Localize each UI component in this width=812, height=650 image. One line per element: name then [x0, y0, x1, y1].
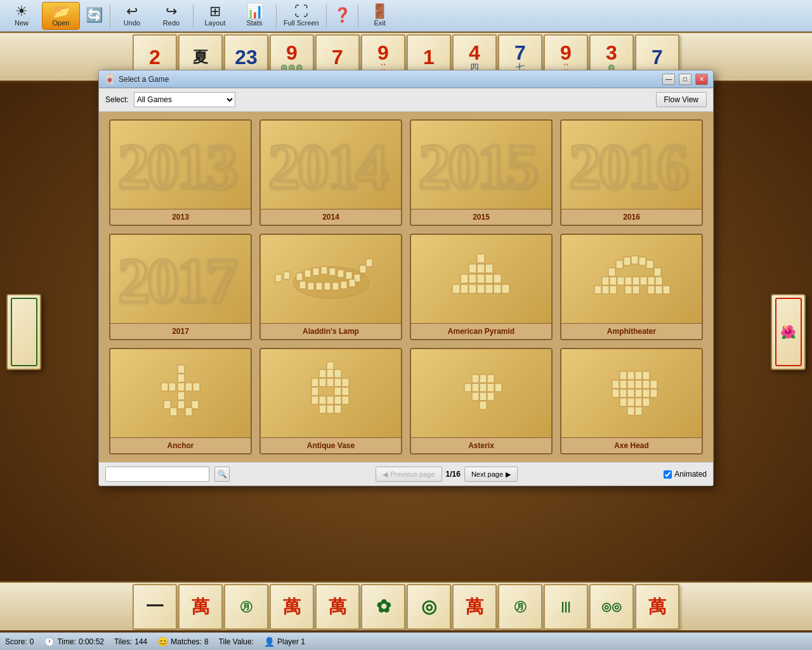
animated-label[interactable]: Animated — [674, 470, 707, 479]
svg-rect-18 — [324, 282, 331, 290]
svg-rect-108 — [487, 392, 494, 401]
game-card-american-pyramid[interactable]: American Pyramid — [410, 234, 553, 340]
svg-rect-59 — [610, 286, 617, 294]
undo-button[interactable]: ↩ Undo — [113, 2, 151, 30]
help-button[interactable]: ❓ — [329, 2, 355, 30]
svg-rect-24 — [360, 265, 366, 273]
fullscreen-button[interactable]: ⛶ Full Screen — [279, 2, 324, 30]
matches-value: 8 — [204, 637, 209, 646]
svg-text:2016: 2016 — [568, 130, 686, 199]
animated-checkbox[interactable] — [664, 470, 672, 479]
game-card-asterix[interactable]: Asterix — [410, 348, 553, 454]
minimize-button[interactable]: — — [662, 74, 675, 85]
svg-text:2015: 2015 — [418, 130, 535, 199]
svg-rect-117 — [635, 380, 642, 388]
close-button[interactable]: ✕ — [695, 74, 708, 85]
refresh-icon: 🔄 — [86, 8, 103, 22]
bottom-tiles-container: 一 萬 ㊊ 萬 萬 ✿ ◎ 萬 ㊊ ||| ◎◎ 萬 — [132, 583, 680, 630]
svg-rect-11 — [329, 268, 336, 275]
player-item: 👤 Player 1 — [264, 637, 305, 647]
svg-rect-70 — [161, 383, 168, 391]
svg-rect-49 — [602, 277, 609, 285]
game-card-axe-head[interactable]: Axe Head — [560, 348, 703, 454]
game-card-amphitheater[interactable]: Amphitheater — [560, 234, 703, 340]
svg-rect-53 — [632, 277, 639, 285]
svg-rect-81 — [334, 369, 341, 378]
svg-rect-23 — [275, 274, 282, 282]
svg-rect-20 — [341, 281, 347, 289]
game-card-aladdins-lamp[interactable]: Aladdin's Lamp — [259, 234, 402, 340]
svg-rect-10 — [321, 267, 327, 274]
maximize-button[interactable]: □ — [679, 74, 691, 85]
game-label-2017: 2017 — [110, 324, 251, 339]
svg-rect-74 — [164, 401, 171, 409]
svg-rect-88 — [334, 387, 341, 395]
game-filter-select[interactable]: All Games Favorites Recent — [134, 92, 235, 107]
bottom-tile-8: 萬 — [452, 584, 497, 630]
stats-button[interactable]: 📊 Stats — [235, 2, 273, 30]
svg-rect-128 — [635, 398, 642, 406]
search-input[interactable] — [105, 467, 209, 482]
dialog-icon: 🀄 — [104, 74, 115, 84]
svg-rect-97 — [334, 405, 341, 413]
svg-rect-56 — [655, 277, 662, 285]
open-button[interactable]: 📂 Open — [42, 2, 80, 30]
svg-rect-19 — [332, 282, 339, 290]
svg-rect-41 — [502, 284, 509, 293]
next-page-button[interactable]: Next page ▶ — [464, 467, 518, 482]
search-button[interactable]: 🔍 — [214, 467, 230, 482]
bottom-tile-11: ◎◎ — [589, 584, 634, 630]
svg-rect-37 — [469, 284, 476, 293]
fullscreen-icon: ⛶ — [294, 4, 308, 18]
svg-rect-60 — [625, 286, 632, 294]
time-icon: 🕐 — [44, 637, 55, 647]
tiles-label: Tiles: — [114, 637, 132, 646]
new-button[interactable]: ☀ New — [3, 2, 41, 30]
game-label-2013: 2013 — [110, 209, 251, 225]
bottom-tile-6: ✿ — [361, 584, 405, 630]
game-card-antique-vase[interactable]: Antique Vase — [259, 348, 402, 454]
svg-rect-119 — [650, 380, 657, 388]
svg-rect-71 — [169, 383, 176, 391]
game-card-2014[interactable]: 2014 2014 — [259, 119, 402, 226]
undo-icon: ↩ — [126, 4, 138, 18]
svg-rect-124 — [643, 389, 650, 397]
prev-arrow-icon: ◀ — [383, 470, 388, 479]
game-label-american-pyramid: American Pyramid — [411, 324, 551, 339]
game-card-anchor[interactable]: Anchor — [109, 348, 252, 454]
anchor-svg — [111, 355, 251, 432]
game-thumb-2017: 2017 — [110, 235, 251, 324]
flow-view-button[interactable]: Flow View — [656, 92, 707, 107]
svg-rect-91 — [319, 396, 326, 404]
svg-rect-79 — [319, 369, 326, 378]
svg-rect-116 — [627, 380, 634, 388]
svg-rect-76 — [170, 408, 177, 416]
game-card-2017[interactable]: 2017 2017 — [109, 234, 252, 340]
game-thumb-2013: 2013 — [110, 121, 251, 209]
svg-rect-55 — [648, 277, 655, 285]
exit-button[interactable]: 🚪 Exit — [361, 2, 399, 30]
svg-rect-46 — [646, 260, 653, 269]
redo-button[interactable]: ↪ Redo — [152, 2, 190, 30]
svg-rect-101 — [464, 383, 471, 392]
svg-rect-38 — [477, 284, 485, 293]
svg-rect-25 — [366, 259, 372, 267]
game-thumb-antique-vase — [261, 349, 401, 438]
svg-rect-9 — [313, 268, 319, 275]
game-card-2013[interactable]: 2013 2013 — [109, 119, 252, 226]
layout-button[interactable]: ⊞ Layout — [196, 2, 234, 30]
svg-rect-130 — [627, 407, 634, 415]
toolbar-separator-5 — [358, 4, 358, 27]
refresh-button[interactable]: 🔄 — [81, 2, 107, 30]
game-card-2016[interactable]: 2016 2016 — [560, 119, 703, 226]
layout-icon: ⊞ — [209, 4, 221, 18]
game-card-2015[interactable]: 2015 2015 — [410, 119, 553, 226]
game-label-axe-head: Axe Head — [561, 438, 702, 453]
score-label: Score: — [5, 637, 27, 646]
game-thumb-asterix — [411, 349, 551, 438]
player-label: Player 1 — [277, 637, 305, 646]
prev-page-button[interactable]: ◀ Previous page — [376, 467, 442, 482]
svg-rect-90 — [311, 396, 318, 404]
svg-rect-107 — [480, 392, 487, 401]
asterix-svg — [412, 355, 551, 432]
